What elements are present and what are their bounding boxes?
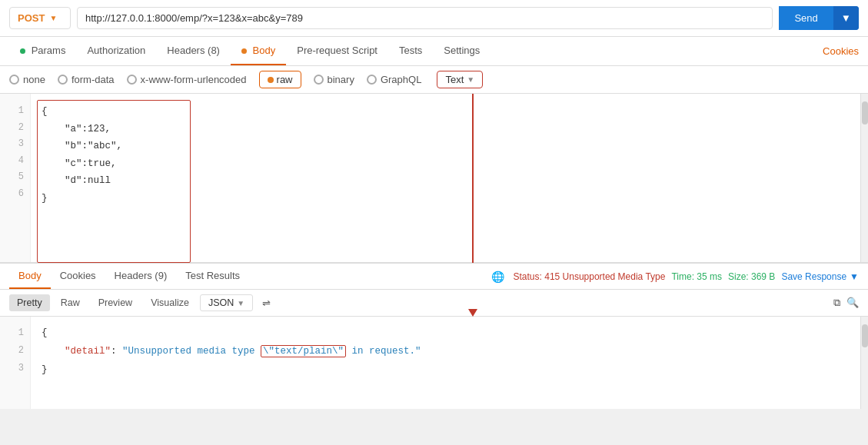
method-select[interactable]: POST ▼	[9, 7, 71, 29]
response-line-numbers: 1 2 3	[0, 317, 31, 409]
main-area: 1 2 3 4 5 6 { "a":123, "b":"abc", "c":tr…	[0, 94, 868, 263]
radio-binary[interactable]	[314, 75, 324, 85]
params-dot	[20, 48, 25, 54]
radio-form-data[interactable]	[58, 75, 68, 85]
globe-icon: 🌐	[491, 271, 504, 283]
option-graphql[interactable]: GraphQL	[367, 74, 421, 85]
filter-icon[interactable]: ⇌	[262, 297, 271, 309]
code-line-1: {	[42, 103, 850, 121]
code-line-5: "d":null	[42, 172, 850, 190]
body-dot	[241, 48, 247, 54]
resp-line-2: "detail": "Unsupported media type \"text…	[42, 343, 850, 361]
resp-text-plain: \"text/plain\"	[261, 345, 346, 357]
url-input[interactable]	[77, 7, 773, 29]
body-options-bar: none form-data x-www-form-urlencoded raw…	[0, 66, 868, 94]
option-raw[interactable]: raw	[259, 71, 301, 88]
text-format-dropdown[interactable]: Text ▼	[437, 71, 483, 88]
resp-detail-key: "detail"	[65, 346, 111, 357]
radio-none[interactable]	[9, 75, 19, 85]
code-line-2: "a":123,	[42, 121, 850, 138]
json-format-select[interactable]: JSON ▼	[200, 294, 253, 311]
response-scrollbar[interactable]	[860, 317, 868, 409]
resp-scrollbar-thumb[interactable]	[862, 324, 868, 347]
resp-line-1: {	[42, 324, 850, 343]
fmt-raw[interactable]: Raw	[53, 294, 88, 311]
save-response-chevron: ▼	[850, 271, 859, 282]
url-bar: POST ▼ Send ▼	[0, 0, 868, 37]
save-response-button[interactable]: Save Response ▼	[781, 271, 859, 282]
tab-body[interactable]: Body	[231, 37, 286, 65]
fmt-preview[interactable]: Preview	[91, 294, 140, 311]
code-line-4: "c":true,	[42, 155, 850, 173]
code-line-3: "b":"abc",	[42, 138, 850, 155]
resp-tab-body[interactable]: Body	[9, 264, 51, 289]
tab-authorization[interactable]: Authorization	[76, 37, 156, 65]
fmt-visualize[interactable]: Visualize	[143, 294, 197, 311]
scrollbar-thumb[interactable]	[862, 101, 868, 125]
code-line-6: }	[42, 190, 850, 208]
text-dropdown-chevron: ▼	[467, 75, 474, 84]
status-info: 🌐 Status: 415 Unsupported Media Type Tim…	[491, 271, 859, 283]
copy-icon[interactable]: ⧉	[833, 297, 840, 309]
tab-tests[interactable]: Tests	[388, 37, 433, 65]
option-none[interactable]: none	[9, 74, 45, 85]
resp-detail-value: "Unsupported media type	[122, 346, 261, 357]
option-form-data[interactable]: form-data	[58, 74, 115, 85]
tab-headers[interactable]: Headers (8)	[156, 37, 231, 65]
method-label: POST	[18, 12, 45, 24]
response-tab-bar: Body Cookies Headers (9) Test Results 🌐 …	[0, 263, 868, 290]
method-chevron: ▼	[49, 14, 57, 22]
request-tab-bar: Params Authorization Headers (8) Body Pr…	[0, 37, 868, 66]
cookies-link[interactable]: Cookies	[823, 38, 859, 65]
response-editor: 1 2 3 { "detail": "Unsupported media typ…	[0, 317, 868, 409]
response-code-area[interactable]: { "detail": "Unsupported media type \"te…	[31, 317, 860, 409]
resp-tab-headers[interactable]: Headers (9)	[105, 264, 177, 289]
option-binary[interactable]: binary	[314, 74, 354, 85]
radio-graphql[interactable]	[367, 75, 377, 85]
send-dropdown[interactable]: ▼	[833, 6, 859, 30]
size-info: Size: 369 B	[728, 271, 775, 282]
icon-buttons: ⧉ 🔍	[833, 297, 859, 309]
send-button[interactable]: Send ▼	[779, 6, 859, 30]
tab-params[interactable]: Params	[9, 37, 76, 65]
arrow-tip-icon	[468, 309, 477, 317]
send-main[interactable]: Send	[779, 6, 833, 30]
request-line-numbers: 1 2 3 4 5 6	[0, 94, 31, 262]
search-icon[interactable]: 🔍	[846, 297, 859, 309]
time-info: Time: 35 ms	[671, 271, 722, 282]
request-code-area[interactable]: { "a":123, "b":"abc", "c":true, "d":null…	[31, 94, 860, 262]
fmt-pretty[interactable]: Pretty	[9, 294, 50, 311]
resp-tab-cookies[interactable]: Cookies	[51, 264, 105, 289]
request-editor: 1 2 3 4 5 6 { "a":123, "b":"abc", "c":tr…	[0, 94, 868, 263]
radio-urlencoded[interactable]	[127, 75, 137, 85]
json-chevron: ▼	[237, 299, 244, 307]
resp-in-request: in request."	[346, 346, 421, 357]
tab-settings[interactable]: Settings	[433, 37, 491, 65]
resp-tab-test-results[interactable]: Test Results	[176, 264, 249, 289]
request-scrollbar[interactable]	[860, 94, 868, 262]
resp-line-3: }	[42, 361, 850, 380]
option-urlencoded[interactable]: x-www-form-urlencoded	[127, 74, 247, 85]
raw-dot	[268, 77, 274, 83]
status-badge: Status: 415 Unsupported Media Type	[514, 271, 666, 282]
format-bar: Pretty Raw Preview Visualize JSON ▼ ⇌ ⧉ …	[0, 290, 868, 317]
tab-pre-request[interactable]: Pre-request Script	[286, 37, 388, 65]
